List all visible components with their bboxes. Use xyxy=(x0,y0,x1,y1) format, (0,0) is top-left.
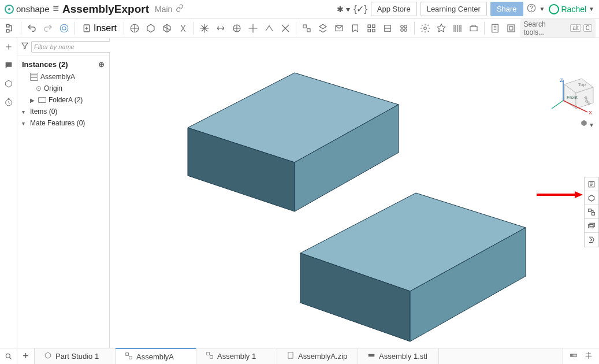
user-menu[interactable]: Rachel ▼ xyxy=(549,4,595,14)
rail-icon[interactable] xyxy=(3,42,14,52)
menu-icon[interactable]: ≡ xyxy=(53,3,59,15)
add-instance-icon[interactable]: ⊕ xyxy=(98,60,105,69)
mate-icon[interactable] xyxy=(246,21,260,35)
tool-icon[interactable] xyxy=(300,21,314,35)
tree-item-items[interactable]: ▾ Items (0) xyxy=(17,106,109,117)
scale-icon[interactable] xyxy=(584,351,593,362)
origin-icon: ⊙ xyxy=(36,84,42,92)
tab-zip[interactable]: AssemblyA.zip xyxy=(277,348,358,364)
svg-rect-9 xyxy=(303,25,306,28)
comment-icon[interactable] xyxy=(3,60,14,70)
panel-button[interactable] xyxy=(585,233,598,247)
tree-item-assembly[interactable]: AssemblyA xyxy=(17,71,109,83)
add-tab-button[interactable]: + xyxy=(17,348,35,364)
mate-icon[interactable] xyxy=(278,21,292,35)
feature-tree-icon[interactable] xyxy=(3,21,17,35)
redo-icon[interactable] xyxy=(41,21,55,35)
svg-rect-12 xyxy=(368,25,371,28)
branch-label[interactable]: Main xyxy=(155,5,172,14)
tool-icon[interactable] xyxy=(381,21,395,35)
help-icon[interactable] xyxy=(527,3,536,15)
filter-icon[interactable] xyxy=(21,42,29,51)
assembly-icon xyxy=(125,352,133,362)
tool-icon[interactable] xyxy=(128,21,142,35)
svg-rect-45 xyxy=(589,209,591,211)
tool-icon[interactable] xyxy=(451,21,464,35)
3d-viewport[interactable]: Top Front Right Z X ▾ xyxy=(110,38,599,348)
mate-icon[interactable] xyxy=(230,21,244,35)
svg-point-21 xyxy=(423,27,426,29)
tool-icon[interactable] xyxy=(467,21,481,35)
feature-tree: ≡ Instances (2) ⊕ AssemblyA ⊙ Origin ▶ F… xyxy=(17,38,110,348)
tree-item-mates[interactable]: ▾ Mate Features (0) xyxy=(17,117,109,129)
tool-icon[interactable] xyxy=(504,21,518,35)
panel-button[interactable] xyxy=(585,191,598,205)
tab-assemblya[interactable]: AssemblyA xyxy=(116,348,196,364)
brand-logo[interactable]: onshape xyxy=(5,4,50,14)
link-icon[interactable] xyxy=(176,4,184,14)
tree-item-origin[interactable]: ⊙ Origin xyxy=(17,83,109,94)
footer-search-icon[interactable] xyxy=(0,348,17,364)
search-tools[interactable]: Search tools... alt C xyxy=(520,19,596,38)
folder-icon xyxy=(38,97,46,103)
svg-rect-25 xyxy=(509,27,513,30)
assembly-icon xyxy=(206,351,214,361)
svg-marker-50 xyxy=(575,191,583,198)
tool-icon[interactable] xyxy=(348,21,362,35)
units-icon[interactable] xyxy=(569,351,578,362)
tool-icon[interactable] xyxy=(488,21,502,35)
tool-icon[interactable] xyxy=(176,21,190,35)
assembly-icon xyxy=(30,73,38,81)
chevron-down-icon: ▾ xyxy=(22,109,28,115)
tool-icon[interactable] xyxy=(160,21,174,35)
caret-down-icon[interactable]: ▼ xyxy=(540,6,545,12)
svg-text:Front: Front xyxy=(567,95,578,100)
panel-button[interactable] xyxy=(585,177,598,191)
tab-assembly1[interactable]: Assembly 1 xyxy=(196,348,277,364)
tools-icon[interactable]: {✓} xyxy=(354,3,367,14)
app-store-button[interactable]: App Store xyxy=(371,2,417,16)
mate-icon[interactable] xyxy=(262,21,276,35)
tool-icon[interactable] xyxy=(316,21,330,35)
svg-rect-52 xyxy=(126,352,129,355)
view-icon[interactable] xyxy=(57,21,71,35)
rail-icon[interactable] xyxy=(3,79,14,89)
tree-item-folder[interactable]: ▶ FolderA (2) xyxy=(17,94,109,106)
svg-point-5 xyxy=(62,27,66,30)
svg-text:Z: Z xyxy=(560,77,563,83)
mate-icon[interactable] xyxy=(214,21,228,35)
timer-icon[interactable] xyxy=(3,97,14,107)
sidebar-header: ≡ xyxy=(17,38,109,55)
svg-rect-57 xyxy=(369,354,375,357)
svg-point-1 xyxy=(531,10,531,10)
share-button[interactable]: Share xyxy=(490,2,523,16)
tool-icon[interactable] xyxy=(434,21,448,35)
tab-partstudio[interactable]: Part Studio 1 xyxy=(35,348,116,364)
svg-point-20 xyxy=(404,28,407,31)
document-title[interactable]: AssemblyExport xyxy=(62,3,149,16)
footer-right xyxy=(563,348,599,364)
view-menu-icon[interactable]: ▾ xyxy=(580,119,593,129)
main-toolbar: Insert Search tools... alt C xyxy=(0,18,599,38)
bug-icon[interactable]: ✱ ▾ xyxy=(337,5,350,14)
tab-stl[interactable]: Assembly 1.stl xyxy=(358,348,439,364)
gear-icon[interactable] xyxy=(418,21,432,35)
insert-button[interactable]: Insert xyxy=(79,21,120,35)
instances-header[interactable]: Instances (2) ⊕ xyxy=(17,58,109,71)
stl-icon xyxy=(367,351,375,361)
svg-rect-14 xyxy=(368,29,371,32)
panel-button[interactable] xyxy=(585,219,598,233)
view-cube[interactable]: Top Front Right Z X xyxy=(547,67,587,107)
tool-icon[interactable] xyxy=(332,21,346,35)
filter-input[interactable] xyxy=(31,41,117,53)
mate-icon[interactable] xyxy=(198,21,211,35)
tool-icon[interactable] xyxy=(144,21,158,35)
tool-icon[interactable] xyxy=(397,21,411,35)
svg-point-19 xyxy=(400,28,403,31)
tool-icon[interactable] xyxy=(364,21,378,35)
right-panel-toggles xyxy=(584,177,599,247)
undo-icon[interactable] xyxy=(25,21,39,35)
learning-center-button[interactable]: Learning Center xyxy=(421,2,487,16)
panel-button[interactable] xyxy=(585,205,598,219)
svg-point-4 xyxy=(60,24,68,32)
